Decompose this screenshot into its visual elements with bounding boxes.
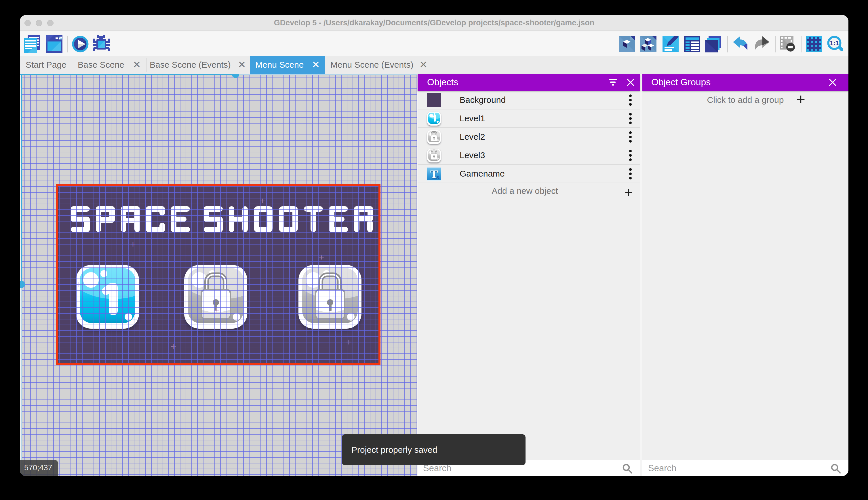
svg-text:1:1: 1:1 <box>830 39 839 47</box>
